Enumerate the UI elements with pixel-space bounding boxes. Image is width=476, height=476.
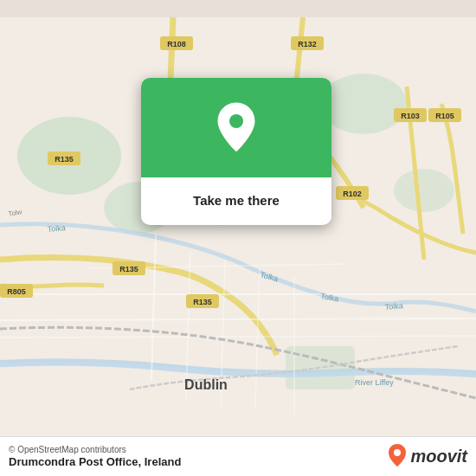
take-me-there-button[interactable]: Take me there bbox=[186, 190, 286, 211]
popup-header bbox=[141, 78, 331, 177]
svg-text:R108: R108 bbox=[167, 40, 186, 48]
moovit-pin-icon bbox=[387, 443, 408, 469]
svg-text:R135: R135 bbox=[193, 298, 212, 306]
popup-card: Take me there bbox=[141, 78, 331, 225]
svg-point-45 bbox=[394, 449, 401, 456]
svg-text:Tolka: Tolka bbox=[47, 223, 66, 234]
svg-point-44 bbox=[229, 114, 243, 128]
svg-text:R132: R132 bbox=[298, 40, 317, 48]
popup-button-area: Take me there bbox=[141, 177, 331, 225]
location-pin-icon bbox=[214, 101, 259, 155]
svg-text:R102: R102 bbox=[343, 190, 362, 198]
svg-text:R135: R135 bbox=[119, 265, 138, 273]
map-container: R108 R108 R132 R135 R135 R103 R102 R105 … bbox=[0, 0, 476, 476]
svg-point-3 bbox=[320, 74, 407, 134]
svg-text:River Liffey: River Liffey bbox=[355, 378, 394, 387]
svg-text:Tolka: Tolka bbox=[384, 301, 403, 312]
bottom-left: © OpenStreetMap contributors Drumcondra … bbox=[9, 445, 181, 468]
svg-text:R105: R105 bbox=[435, 112, 454, 120]
map-attribution: © OpenStreetMap contributors bbox=[9, 445, 181, 454]
svg-text:R805: R805 bbox=[7, 287, 26, 296]
moovit-logo: moovit bbox=[387, 443, 467, 469]
moovit-label: moovit bbox=[410, 447, 467, 466]
location-name: Drumcondra Post Office, Ireland bbox=[9, 455, 181, 468]
svg-text:R103: R103 bbox=[401, 112, 420, 120]
svg-point-4 bbox=[394, 169, 454, 212]
svg-text:R135: R135 bbox=[55, 155, 74, 164]
map-background: R108 R108 R132 R135 R135 R103 R102 R105 … bbox=[0, 0, 476, 476]
svg-text:Dublin: Dublin bbox=[184, 377, 228, 392]
bottom-bar: © OpenStreetMap contributors Drumcondra … bbox=[0, 436, 476, 476]
